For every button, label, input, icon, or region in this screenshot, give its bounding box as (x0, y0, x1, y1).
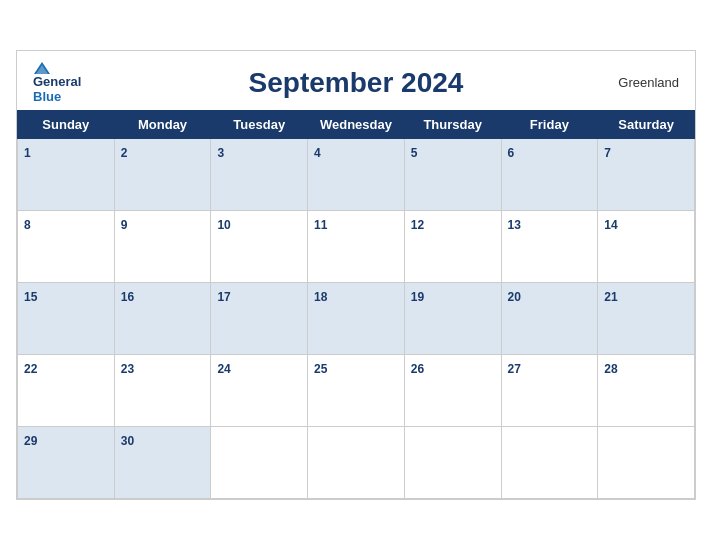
day-number: 27 (508, 362, 521, 376)
calendar-cell: 27 (501, 354, 598, 426)
day-number: 14 (604, 218, 617, 232)
calendar-container: General Blue September 2024 Greenland Su… (16, 50, 696, 500)
day-number: 19 (411, 290, 424, 304)
weekday-friday: Friday (501, 110, 598, 138)
calendar-cell: 11 (308, 210, 405, 282)
day-number: 18 (314, 290, 327, 304)
calendar-cell: 6 (501, 138, 598, 210)
calendar-cell (211, 426, 308, 498)
calendar-cell: 19 (404, 282, 501, 354)
day-number: 21 (604, 290, 617, 304)
day-number: 11 (314, 218, 327, 232)
weekday-wednesday: Wednesday (308, 110, 405, 138)
day-number: 24 (217, 362, 230, 376)
day-number: 12 (411, 218, 424, 232)
day-number: 1 (24, 146, 31, 160)
day-number: 3 (217, 146, 224, 160)
month-title: September 2024 (113, 67, 599, 99)
calendar-cell: 8 (18, 210, 115, 282)
calendar-cell: 25 (308, 354, 405, 426)
calendar-cell (598, 426, 695, 498)
calendar-cell: 24 (211, 354, 308, 426)
calendar-cell: 9 (114, 210, 211, 282)
calendar-cell: 2 (114, 138, 211, 210)
day-number: 20 (508, 290, 521, 304)
calendar-cell: 7 (598, 138, 695, 210)
day-number: 2 (121, 146, 128, 160)
calendar-cell: 26 (404, 354, 501, 426)
day-number: 29 (24, 434, 37, 448)
calendar-header-row: Sunday Monday Tuesday Wednesday Thursday… (18, 110, 695, 138)
weekday-saturday: Saturday (598, 110, 695, 138)
calendar-cell: 3 (211, 138, 308, 210)
calendar-cell: 14 (598, 210, 695, 282)
calendar-body: 1234567891011121314151617181920212223242… (18, 138, 695, 498)
calendar-cell (501, 426, 598, 498)
calendar-cell: 20 (501, 282, 598, 354)
logo-general-text: General (33, 75, 81, 89)
calendar-cell: 30 (114, 426, 211, 498)
calendar-cell: 28 (598, 354, 695, 426)
calendar-cell: 5 (404, 138, 501, 210)
day-number: 10 (217, 218, 230, 232)
weekday-monday: Monday (114, 110, 211, 138)
day-number: 17 (217, 290, 230, 304)
region-label: Greenland (599, 75, 679, 90)
logo-blue-text: Blue (33, 90, 61, 104)
day-number: 16 (121, 290, 134, 304)
day-number: 26 (411, 362, 424, 376)
calendar-cell: 23 (114, 354, 211, 426)
day-number: 15 (24, 290, 37, 304)
day-number: 4 (314, 146, 321, 160)
day-number: 30 (121, 434, 134, 448)
calendar-cell: 1 (18, 138, 115, 210)
calendar-header: General Blue September 2024 Greenland (17, 51, 695, 110)
calendar-cell: 29 (18, 426, 115, 498)
calendar-cell: 15 (18, 282, 115, 354)
calendar-cell (308, 426, 405, 498)
logo-icon (33, 61, 51, 75)
weekday-sunday: Sunday (18, 110, 115, 138)
calendar-cell: 22 (18, 354, 115, 426)
calendar-cell: 17 (211, 282, 308, 354)
weekday-thursday: Thursday (404, 110, 501, 138)
day-number: 23 (121, 362, 134, 376)
day-number: 25 (314, 362, 327, 376)
logo-area: General Blue (33, 61, 113, 104)
day-number: 22 (24, 362, 37, 376)
calendar-cell: 21 (598, 282, 695, 354)
day-number: 9 (121, 218, 128, 232)
calendar-cell: 4 (308, 138, 405, 210)
calendar-cell: 16 (114, 282, 211, 354)
weekday-tuesday: Tuesday (211, 110, 308, 138)
calendar-cell (404, 426, 501, 498)
calendar-grid: Sunday Monday Tuesday Wednesday Thursday… (17, 110, 695, 499)
day-number: 6 (508, 146, 515, 160)
calendar-cell: 13 (501, 210, 598, 282)
calendar-cell: 10 (211, 210, 308, 282)
calendar-cell: 12 (404, 210, 501, 282)
day-number: 5 (411, 146, 418, 160)
day-number: 8 (24, 218, 31, 232)
day-number: 13 (508, 218, 521, 232)
calendar-cell: 18 (308, 282, 405, 354)
day-number: 7 (604, 146, 611, 160)
day-number: 28 (604, 362, 617, 376)
